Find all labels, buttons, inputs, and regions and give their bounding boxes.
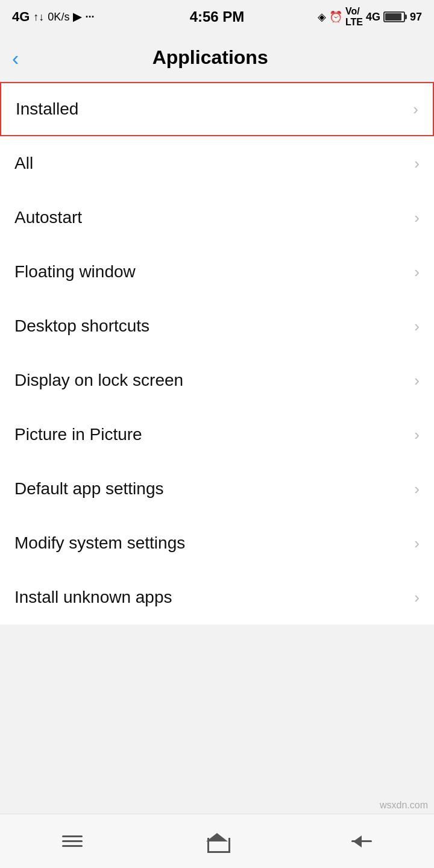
home-icon bbox=[207, 833, 227, 850]
list-item-desktop-shortcuts[interactable]: Desktop shortcuts› bbox=[0, 299, 434, 353]
list-item-autostart[interactable]: Autostart› bbox=[0, 190, 434, 245]
chevron-icon-desktop-shortcuts: › bbox=[414, 317, 420, 336]
battery-percentage: 97 bbox=[410, 11, 422, 24]
speed-text: 0K/s bbox=[48, 11, 69, 24]
alarm-icon: ⏰ bbox=[329, 10, 342, 24]
list-item-label-default-app-settings: Default app settings bbox=[14, 479, 164, 498]
status-left: 4G ↑↓ 0K/s ▶ ··· bbox=[12, 9, 94, 25]
menu-nav-button[interactable] bbox=[54, 823, 90, 860]
list-item-installed[interactable]: Installed› bbox=[0, 82, 434, 136]
bluetooth-icon: ◈ bbox=[318, 10, 326, 24]
page-header: ‹ Applications bbox=[0, 34, 434, 82]
list-item-default-app-settings[interactable]: Default app settings› bbox=[0, 462, 434, 516]
back-button[interactable]: ‹ bbox=[12, 48, 19, 68]
status-bar: 4G ↑↓ 0K/s ▶ ··· 4:56 PM ◈ ⏰ Vo/LTE 4G 9… bbox=[0, 0, 434, 34]
cast-icon: ▶ bbox=[73, 10, 81, 24]
chevron-icon-display-on-lock-screen: › bbox=[414, 371, 420, 390]
back-icon bbox=[351, 833, 372, 850]
list-item-label-autostart: Autostart bbox=[14, 208, 82, 227]
list-item-label-display-on-lock-screen: Display on lock screen bbox=[14, 371, 183, 390]
list-item-label-install-unknown-apps: Install unknown apps bbox=[14, 588, 172, 607]
chevron-icon-modify-system-settings: › bbox=[414, 534, 420, 553]
chevron-icon-floating-window: › bbox=[414, 263, 420, 281]
chevron-icon-autostart: › bbox=[414, 209, 420, 227]
chevron-icon-all: › bbox=[414, 154, 420, 173]
list-item-label-floating-window: Floating window bbox=[14, 262, 136, 281]
list-item-label-installed: Installed bbox=[16, 99, 78, 119]
lte-icon: Vo/LTE bbox=[345, 6, 363, 28]
list-item-label-desktop-shortcuts: Desktop shortcuts bbox=[14, 316, 149, 336]
time-display: 4:56 PM bbox=[190, 8, 245, 25]
4g-label: 4G bbox=[366, 11, 380, 24]
list-item-label-modify-system-settings: Modify system settings bbox=[14, 533, 185, 553]
chevron-icon-installed: › bbox=[413, 100, 418, 119]
back-nav-button[interactable] bbox=[344, 823, 380, 860]
list-item-modify-system-settings[interactable]: Modify system settings› bbox=[0, 516, 434, 570]
chevron-icon-install-unknown-apps: › bbox=[414, 588, 420, 607]
chevron-icon-default-app-settings: › bbox=[414, 480, 420, 498]
bottom-navigation bbox=[0, 814, 434, 868]
chevron-icon-picture-in-picture: › bbox=[414, 426, 420, 444]
status-right: ◈ ⏰ Vo/LTE 4G 97 bbox=[318, 6, 422, 28]
page-title: Applications bbox=[31, 46, 389, 69]
watermark: wsxdn.com bbox=[380, 800, 428, 811]
menu-icon bbox=[62, 835, 83, 847]
home-nav-button[interactable] bbox=[199, 823, 235, 860]
signal-bars: ↑↓ bbox=[33, 11, 44, 24]
list-item-display-on-lock-screen[interactable]: Display on lock screen› bbox=[0, 353, 434, 407]
applications-list: Installed›All›Autostart›Floating window›… bbox=[0, 82, 434, 814]
list-item-label-picture-in-picture: Picture in Picture bbox=[14, 425, 142, 444]
list-item-all[interactable]: All› bbox=[0, 136, 434, 190]
list-item-label-all: All bbox=[14, 154, 33, 173]
list-item-picture-in-picture[interactable]: Picture in Picture› bbox=[0, 407, 434, 462]
list-item-floating-window[interactable]: Floating window› bbox=[0, 245, 434, 299]
carrier-text: 4G bbox=[12, 9, 30, 25]
battery-indicator: 97 bbox=[383, 11, 422, 24]
list-item-install-unknown-apps[interactable]: Install unknown apps› bbox=[0, 570, 434, 624]
dots-icon: ··· bbox=[85, 11, 94, 24]
